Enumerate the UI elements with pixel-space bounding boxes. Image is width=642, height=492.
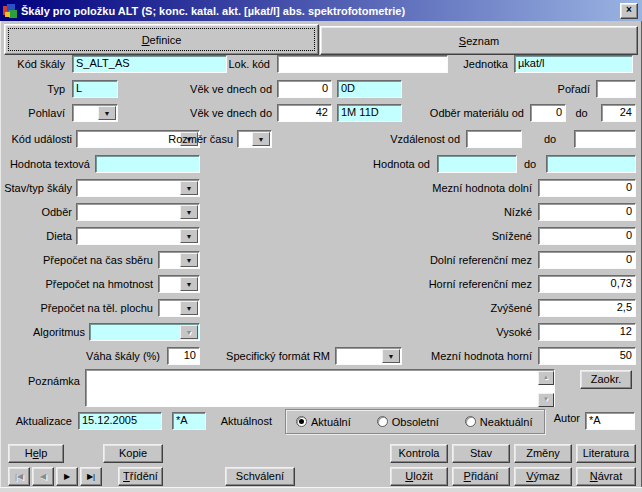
jednotka-label: Jednotka	[450, 55, 508, 73]
window-title: Škály pro položku ALT (S; konc. katal. a…	[21, 5, 405, 17]
chevron-down-icon[interactable]: ▼	[252, 132, 270, 146]
aktualnost-label: Aktuálnost	[214, 412, 272, 430]
mezni-horni-label: Mezní hodnota horní	[410, 347, 532, 365]
help-button[interactable]: Help	[8, 444, 64, 463]
poznamka-textarea[interactable]	[85, 369, 555, 407]
hodnota-do-label: do	[520, 155, 540, 173]
poradi-input[interactable]	[596, 80, 636, 98]
hodnota-textova-label: Hodnota textová	[0, 155, 90, 173]
odber-material-od-input[interactable]: 0	[530, 104, 566, 122]
dialog-window: Škály pro položku ALT (S; konc. katal. a…	[0, 0, 642, 492]
radio-aktualni[interactable]: Aktuální	[296, 416, 351, 428]
vaha-label: Váha škály (%)	[0, 347, 160, 365]
aktualizace-code-input[interactable]: *A	[172, 412, 206, 430]
horni-ref-input[interactable]: 0,73	[538, 275, 636, 293]
kod-skaly-input[interactable]: S_ALT_AS	[72, 55, 227, 73]
chevron-down-icon[interactable]: ▼	[180, 181, 198, 195]
chevron-down-icon[interactable]: ▼	[98, 106, 116, 120]
prepocet-hmotnost-label: Přepočet na hmotnost	[0, 275, 153, 293]
schvaleni-button[interactable]: Schválení	[225, 467, 295, 486]
chevron-down-icon[interactable]: ▼	[180, 229, 198, 243]
nav-next-button[interactable]: ▶	[56, 467, 78, 486]
vek-od-alt-input[interactable]: 0D	[337, 80, 402, 98]
radio-obsoletni-label: Obsoletní	[392, 416, 439, 428]
prepocet-plocha-select[interactable]: ▼	[158, 299, 200, 317]
literatura-button[interactable]: Literatura	[576, 444, 636, 463]
mezni-dolni-input[interactable]: 0	[538, 179, 636, 197]
chevron-down-icon[interactable]: ▼	[180, 301, 198, 315]
specificky-format-label: Specifický formát RM	[213, 347, 330, 365]
snizene-input[interactable]: 0	[538, 227, 636, 245]
hodnota-textova-input[interactable]	[95, 155, 200, 173]
nizke-input[interactable]: 0	[538, 203, 636, 221]
hodnota-od-input[interactable]	[437, 155, 517, 173]
dieta-select[interactable]: ▼	[76, 227, 200, 245]
hodnota-od-label: Hodnota od	[340, 155, 430, 173]
specificky-format-select[interactable]: ▼	[335, 347, 402, 365]
tab-definice[interactable]: Definice	[4, 24, 319, 55]
prepocet-cas-label: Přepočet na čas sběru	[0, 251, 153, 269]
vaha-input[interactable]: 10	[167, 347, 200, 365]
vek-od-label: Věk ve dnech od	[160, 80, 272, 98]
zaokr-button[interactable]: Zaokr.	[580, 370, 632, 389]
typ-label: Typ	[0, 80, 65, 98]
odber-material-do-label: do	[570, 104, 593, 122]
tab-seznam[interactable]: Seznam	[320, 26, 638, 55]
nav-last-button[interactable]: ▶|	[80, 467, 102, 486]
chevron-down-icon[interactable]: ▼	[382, 349, 400, 363]
vysoke-input[interactable]: 12	[538, 323, 636, 341]
lok-kod-input[interactable]	[277, 55, 448, 73]
chevron-down-icon[interactable]: ▼	[180, 277, 198, 291]
zvysene-label: Zvýšené	[330, 299, 532, 317]
kontrola-button[interactable]: Kontrola	[390, 444, 448, 463]
stav-typ-label: Stav/typ škály	[0, 179, 72, 197]
radio-neaktualni-label: Neaktuální	[480, 416, 533, 428]
zvysene-input[interactable]: 2,5	[538, 299, 636, 317]
pridani-button[interactable]: Přidání	[452, 467, 510, 486]
dolni-ref-input[interactable]: 0	[538, 251, 636, 269]
navrat-button[interactable]: Návrat	[576, 467, 636, 486]
stav-typ-select[interactable]: ▼	[76, 179, 200, 197]
zmeny-button[interactable]: Změny	[514, 444, 572, 463]
autor-input[interactable]: *A	[585, 412, 635, 430]
close-icon[interactable]: ×	[620, 3, 638, 19]
vzdalenost-od-input[interactable]	[466, 130, 522, 148]
pohlavi-select[interactable]: ▼	[72, 104, 118, 122]
titlebar: Škály pro položku ALT (S; konc. katal. a…	[0, 0, 642, 21]
typ-input[interactable]: L	[72, 80, 118, 98]
aktualizace-label: Aktualizace	[0, 412, 72, 430]
poradi-label: Pořadí	[540, 80, 590, 98]
trideni-button[interactable]: Třídění	[118, 467, 163, 486]
vzdalenost-do-input[interactable]	[574, 130, 636, 148]
prepocet-hmotnost-select[interactable]: ▼	[158, 275, 200, 293]
prepocet-plocha-label: Přepočet na těl. plochu	[0, 299, 153, 317]
chevron-down-icon[interactable]: ▼	[180, 205, 198, 219]
hodnota-do-input[interactable]	[546, 155, 636, 173]
scroll-down-icon[interactable]: ▼	[538, 393, 554, 407]
dolni-ref-label: Dolní referenční mez	[330, 251, 532, 269]
scroll-up-icon[interactable]: ▲	[538, 371, 554, 385]
vek-do-alt-input[interactable]: 1M 11D	[337, 104, 402, 122]
stav-button[interactable]: Stav	[452, 444, 510, 463]
chevron-down-icon: ▼	[180, 325, 198, 339]
nav-prev-button[interactable]: ◀	[32, 467, 54, 486]
mezni-horni-input[interactable]: 50	[538, 347, 636, 365]
vek-do-input[interactable]: 42	[277, 104, 332, 122]
vymaz-button[interactable]: Výmaz	[514, 467, 572, 486]
vek-od-input[interactable]: 0	[277, 80, 332, 98]
chevron-down-icon[interactable]: ▼	[180, 253, 198, 267]
kopie-button[interactable]: Kopie	[103, 444, 163, 463]
rozmer-casu-select[interactable]: ▼	[237, 130, 272, 148]
app-icon	[3, 4, 17, 18]
ulozit-button[interactable]: Uložit	[390, 467, 448, 486]
radio-neaktualni[interactable]: Neaktuální	[465, 416, 533, 428]
nav-first-button[interactable]: |◀	[8, 467, 30, 486]
odber-material-label: Odběr materiálu od	[395, 104, 524, 122]
prepocet-cas-select[interactable]: ▼	[158, 251, 200, 269]
radio-selected-icon	[296, 416, 307, 427]
odber-select[interactable]: ▼	[76, 203, 200, 221]
aktualizace-date-input[interactable]: 15.12.2005	[78, 412, 162, 430]
jednotka-input[interactable]: µkat/l	[514, 55, 633, 73]
odber-material-do-input[interactable]: 24	[601, 104, 636, 122]
radio-obsoletni[interactable]: Obsoletní	[377, 416, 439, 428]
